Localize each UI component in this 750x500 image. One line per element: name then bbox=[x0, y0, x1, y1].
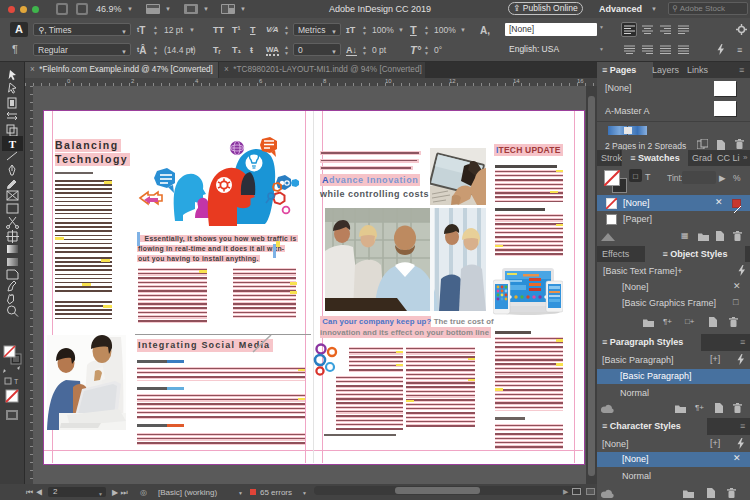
svg-text:T: T bbox=[9, 138, 17, 150]
svg-text:T: T bbox=[14, 378, 19, 385]
